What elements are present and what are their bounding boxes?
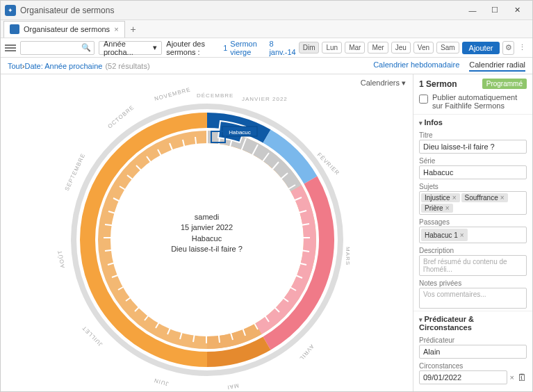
calendars-dropdown[interactable]: Calendriers ▾ (361, 79, 406, 88)
search-input[interactable]: 🔍 (20, 41, 95, 55)
new-tab-button[interactable]: + (125, 24, 142, 35)
subjects-label: Sujets (413, 181, 532, 191)
svg-text:OCTOBRE: OCTOBRE (106, 104, 135, 130)
day-button-sam[interactable]: Sam (436, 42, 459, 54)
publish-checkbox[interactable] (419, 95, 428, 104)
result-count: (52 résultats) (105, 62, 149, 70)
preacher-input[interactable]: Alain (419, 345, 527, 359)
chip-souffrance[interactable]: Souffrance× (461, 193, 508, 202)
notes-input[interactable]: Vos commentaires... (419, 288, 527, 309)
breadcrumb-date[interactable]: Date: Année prochaine (24, 62, 102, 70)
status-badge: Programmé (482, 79, 527, 89)
description-input[interactable]: Bref résumé du contenu de l'homéli... (419, 255, 527, 276)
toolbar: 🔍 Année procha... ▾ Ajouter des sermons … (1, 38, 532, 58)
panel-header: 1 Sermon Programmé (413, 74, 532, 93)
tab-label: Organisateur de sermons (24, 25, 110, 33)
add-button[interactable]: Ajouter (462, 42, 500, 54)
passages-label: Passages (413, 217, 532, 227)
radial-chart-area: Calendriers ▾ (1, 74, 413, 392)
settings-icon[interactable]: ⚙ (502, 41, 514, 55)
chip-remove-icon[interactable]: × (500, 194, 505, 202)
center-title: Dieu laisse-t-il faire ? (171, 244, 243, 254)
series-input[interactable]: Habacuc (419, 165, 527, 179)
blank-sermon-link[interactable]: Sermon vierge (230, 40, 266, 56)
chip-remove-icon[interactable]: × (460, 231, 464, 239)
day-button-ven[interactable]: Ven (413, 42, 434, 54)
day-button-mar[interactable]: Mar (345, 42, 365, 54)
app-icon: ✦ (5, 5, 16, 16)
window-minimize-button[interactable]: — (461, 1, 484, 20)
view-tab-radial[interactable]: Calendrier radial (469, 60, 525, 72)
center-weekday: samedi (171, 212, 243, 222)
chip-remove-icon[interactable]: × (445, 204, 450, 212)
description-label: Description (413, 245, 532, 255)
period-dropdown[interactable]: Année procha... ▾ (99, 41, 162, 55)
svg-text:JUIN: JUIN (153, 377, 169, 387)
day-button-dim[interactable]: Dim (299, 42, 320, 54)
section-infos[interactable]: Infos (413, 114, 532, 130)
filter-bar: Tout › Date: Année prochaine (52 résulta… (1, 58, 532, 74)
sermon-count[interactable]: 1 (223, 44, 227, 52)
center-series: Habacuc (171, 234, 243, 244)
window-titlebar: ✦ Organisateur de sermons — ☐ ✕ (1, 1, 532, 20)
chevron-down-icon: ▾ (153, 43, 157, 52)
svg-text:DÉCEMBRE: DÉCEMBRE (197, 92, 233, 99)
passages-input[interactable]: Habacuc 1× (419, 227, 527, 243)
view-tab-weekly[interactable]: Calendrier hebdomadaire (373, 60, 459, 72)
circumstances-date-row: 09/01/2022 × 🗓 (419, 370, 527, 384)
publish-row: Publier automatiquement sur Faithlife Se… (413, 93, 532, 114)
circumstances-label: Circonstances (413, 361, 532, 370)
chip-injustice[interactable]: Injustice× (421, 193, 460, 202)
day-button-mer[interactable]: Mer (368, 42, 388, 54)
clear-date-icon[interactable]: × (510, 373, 514, 382)
hamburger-icon[interactable] (5, 44, 16, 51)
breadcrumb-all[interactable]: Tout (8, 62, 22, 70)
circumstances-date-input[interactable]: 09/01/2022 (419, 370, 507, 384)
preacher-label: Prédicateur (413, 335, 532, 345)
window-maximize-button[interactable]: ☐ (484, 1, 506, 20)
svg-text:AVRIL: AVRIL (297, 343, 315, 362)
radial-center-info: samedi 15 janvier 2022 Habacuc Dieu lais… (171, 212, 243, 255)
tab-bar: Organisateur de sermons × + (1, 20, 532, 38)
day-button-lun[interactable]: Lun (322, 42, 342, 54)
tab-icon (10, 24, 19, 34)
tab-sermon-organizer[interactable]: Organisateur de sermons × (3, 21, 125, 38)
svg-text:MARS: MARS (345, 247, 351, 266)
tab-close-icon[interactable]: × (114, 25, 118, 33)
day-button-jeu[interactable]: Jeu (391, 42, 411, 54)
chip-passage[interactable]: Habacuc 1× (421, 229, 468, 241)
period-label: Année procha... (104, 40, 150, 56)
window-title: Organisateur de sermons (20, 6, 461, 15)
svg-text:JANVIER 2022: JANVIER 2022 (242, 96, 288, 102)
window-close-button[interactable]: ✕ (506, 1, 528, 20)
svg-text:MAI: MAI (226, 382, 239, 391)
add-sermons-label: Ajouter des sermons : (166, 40, 220, 56)
svg-text:NOVEMBRE: NOVEMBRE (154, 87, 191, 102)
series-label: Série (413, 156, 532, 165)
svg-text:AOÛT: AOÛT (56, 250, 65, 268)
chip-remove-icon[interactable]: × (452, 194, 457, 202)
publish-label: Publier automatiquement sur Faithlife Se… (432, 93, 527, 110)
center-date: 15 janvier 2022 (171, 223, 243, 234)
chip-priere[interactable]: Prière× (421, 204, 453, 213)
calendar-icon[interactable]: 🗓 (517, 372, 527, 383)
svg-text:JUILLET: JUILLET (81, 325, 104, 348)
section-preacher[interactable]: Prédicateur & Circonstances (413, 311, 532, 335)
details-panel: 1 Sermon Programmé Publier automatiqueme… (413, 74, 532, 392)
toolbar-right: Ajouter des sermons : 1 Sermon vierge 8 … (166, 40, 528, 56)
title-input[interactable]: Dieu laisse-t-il faire ? (419, 140, 527, 154)
notes-label: Notes privées (413, 278, 532, 288)
panel-heading: 1 Sermon (419, 79, 482, 89)
kebab-icon[interactable]: ⋮ (517, 41, 528, 55)
main-area: Calendriers ▾ (1, 74, 532, 392)
subjects-input[interactable]: Injustice× Souffrance× Prière× (419, 191, 527, 215)
selected-segment-label: Habacuc (229, 129, 251, 136)
title-label: Titre (413, 130, 532, 140)
date-range-link[interactable]: 8 janv.-14 (269, 40, 295, 56)
